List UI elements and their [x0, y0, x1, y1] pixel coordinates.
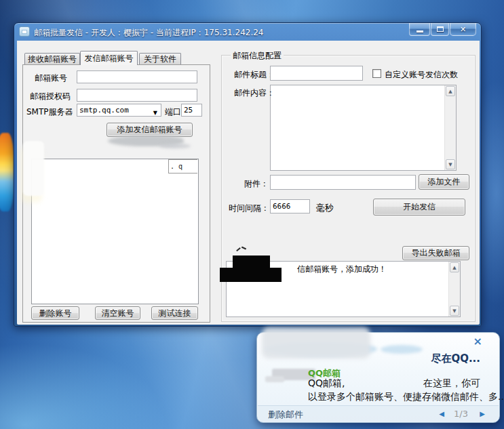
mail-config-title: 邮箱信息配置 — [231, 50, 284, 62]
window-controls: ✕ — [409, 23, 476, 36]
delete-account-button[interactable]: 删除账号 — [31, 306, 79, 320]
app-window: 邮箱批量发信 - 开发人：樱振宇 - 当前进程IP：175.31.242.24 … — [14, 22, 482, 327]
subject-label: 邮件标题： — [234, 69, 275, 81]
subject-input[interactable] — [270, 66, 363, 81]
content-scrollbar[interactable]: ▲ ▼ — [444, 85, 456, 170]
minimize-button[interactable] — [409, 23, 430, 36]
listbox-partial-entry[interactable]: . q — [168, 159, 197, 173]
smtp-server-value: smtp.qq.com — [79, 106, 129, 115]
add-file-button[interactable]: 添加文件 — [419, 174, 469, 190]
desktop: 邮箱批量发信 - 开发人：樱振宇 - 当前进程IP：175.31.242.24 … — [0, 0, 504, 429]
export-failed-button[interactable]: 导出失败邮箱 — [402, 246, 469, 260]
popup-swoosh-decor — [381, 345, 423, 354]
windows-logo-wallpaper — [0, 133, 14, 211]
app-icon-glyph — [22, 30, 27, 34]
scroll-up-icon[interactable]: ▲ — [450, 262, 459, 272]
interval-unit-label: 毫秒 — [316, 202, 334, 214]
window-title: 邮箱批量发信 - 开发人：樱振宇 - 当前进程IP：175.31.242.24 — [34, 27, 263, 39]
scroll-down-icon[interactable]: ▼ — [450, 306, 459, 316]
clear-account-button[interactable]: 清空账号 — [95, 306, 140, 320]
app-icon — [19, 26, 30, 37]
white-redaction-blob — [23, 141, 44, 196]
port-label: 端口 — [165, 106, 181, 118]
chevron-down-icon[interactable]: ▼ — [153, 107, 157, 119]
titlebar[interactable]: 邮箱批量发信 - 开发人：樱振宇 - 当前进程IP：175.31.242.24 … — [14, 23, 481, 41]
page-prev-icon[interactable]: ◀ — [439, 410, 444, 417]
attachment-input[interactable] — [270, 175, 416, 190]
log-scrollbar[interactable]: ▲ ▼ — [448, 262, 460, 316]
popup-text-line2: 以登录多个邮箱账号、便捷存储微信邮件、多... — [308, 391, 504, 403]
minimize-icon — [416, 30, 423, 33]
smudge-artifact — [159, 144, 191, 148]
content-textarea[interactable]: ▲ ▼ — [270, 85, 457, 171]
custom-count-label: 自定义账号发信次数 — [385, 69, 458, 81]
popup-bottom-bar: 删除邮件 ◀ 1/3 ▶ — [258, 405, 499, 422]
auth-code-label: 邮箱授权码 — [30, 91, 71, 102]
sender-account-listbox[interactable] — [31, 159, 199, 304]
interval-label: 时间间隔： — [229, 203, 269, 214]
page-next-icon[interactable]: ▶ — [480, 410, 485, 417]
gray-redaction-blob — [262, 327, 370, 359]
popup-text-line1-right: 在这里，你可 — [423, 377, 480, 390]
tab-send-accounts[interactable]: 发信邮箱账号 — [80, 51, 138, 65]
maximize-icon — [437, 26, 444, 32]
tab-receive-accounts[interactable]: 接收邮箱账号 — [24, 53, 80, 64]
scroll-down-icon[interactable]: ▼ — [446, 159, 455, 169]
popup-tagline: 尽在QQ... — [431, 352, 480, 365]
close-button[interactable]: ✕ — [450, 23, 476, 36]
port-input[interactable] — [181, 104, 202, 117]
maximize-button[interactable] — [431, 23, 449, 36]
log-message: 信邮箱账号，添加成功！ — [297, 264, 387, 275]
smtp-server-label: SMTP服务器 — [26, 106, 73, 118]
account-input[interactable] — [77, 70, 197, 83]
page-indicator: 1/3 — [454, 409, 468, 419]
account-label: 邮箱账号 — [35, 73, 67, 84]
scroll-up-icon[interactable]: ▲ — [446, 86, 455, 96]
redaction-block — [220, 268, 282, 282]
close-icon: ✕ — [460, 25, 466, 34]
blurred-logo-blob — [265, 376, 284, 382]
start-sending-button[interactable]: 开始发信 — [373, 199, 465, 216]
interval-input[interactable] — [270, 199, 310, 213]
client-area: 接收邮箱账号 发信邮箱账号 关于软件 邮箱账号 邮箱授权码 SMTP服务器 sm… — [17, 41, 480, 325]
test-connection-button[interactable]: 测试连接 — [151, 306, 198, 320]
custom-count-checkbox[interactable] — [372, 69, 381, 78]
delete-mail-link[interactable]: 删除邮件 — [268, 409, 303, 421]
popup-text-line1-left: QQ邮箱, — [308, 377, 345, 390]
attachment-label: 附件： — [244, 178, 269, 190]
smtp-server-combo[interactable]: smtp.qq.com ▼ — [77, 104, 161, 117]
auth-code-input[interactable] — [77, 89, 197, 102]
tab-about[interactable]: 关于软件 — [139, 53, 181, 64]
popup-close-icon[interactable]: × — [473, 336, 482, 347]
content-label: 邮件内容： — [234, 87, 275, 99]
add-sender-account-button[interactable]: 添加发信邮箱账号 — [106, 123, 193, 137]
